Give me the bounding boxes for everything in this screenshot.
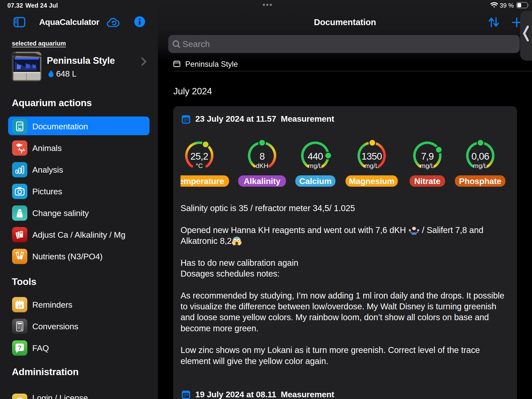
svg-text:A: A bbox=[18, 123, 20, 127]
svg-text:24: 24 bbox=[17, 304, 22, 309]
svg-text:?: ? bbox=[18, 344, 22, 351]
